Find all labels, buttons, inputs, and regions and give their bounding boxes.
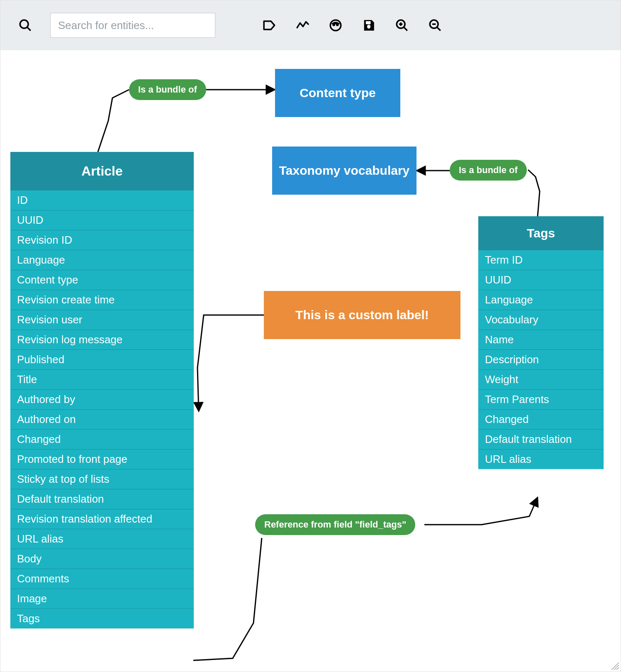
- entity-field[interactable]: Content type: [10, 270, 194, 290]
- svg-point-3: [333, 24, 334, 25]
- svg-point-0: [20, 20, 28, 28]
- entity-field[interactable]: Language: [10, 250, 194, 270]
- entity-field[interactable]: Tags: [10, 609, 194, 628]
- entity-field[interactable]: URL alias: [10, 529, 194, 549]
- zoom-out-icon[interactable]: [427, 17, 443, 34]
- entity-field[interactable]: Revision log message: [10, 330, 194, 350]
- relation-bundle-of-tags[interactable]: Is a bundle of: [450, 160, 527, 181]
- entity-field[interactable]: Authored on: [10, 410, 194, 430]
- svg-point-6: [367, 26, 370, 29]
- entity-field[interactable]: Language: [478, 290, 604, 310]
- svg-line-12: [437, 27, 441, 31]
- entity-fields: Term IDUUIDLanguageVocabularyNameDescrip…: [478, 250, 604, 469]
- tag-icon[interactable]: [261, 17, 278, 34]
- node-label: Content type: [300, 86, 375, 100]
- diagram-canvas[interactable]: Content type Taxonomy vocabulary This is…: [0, 50, 621, 672]
- search-input[interactable]: [50, 13, 215, 38]
- entity-field[interactable]: Revision translation affected: [10, 509, 194, 529]
- entity-field[interactable]: Published: [10, 350, 194, 370]
- entity-field[interactable]: Default translation: [478, 430, 604, 450]
- entity-field[interactable]: Authored by: [10, 390, 194, 410]
- entity-tags[interactable]: Tags Term IDUUIDLanguageVocabularyNameDe…: [478, 216, 604, 469]
- save-icon[interactable]: [360, 17, 377, 34]
- entity-field[interactable]: Sticky at top of lists: [10, 469, 194, 489]
- entity-field[interactable]: Term ID: [478, 250, 604, 270]
- svg-rect-5: [366, 21, 370, 24]
- app-root: Content type Taxonomy vocabulary This is…: [0, 0, 621, 672]
- entity-field[interactable]: Default translation: [10, 489, 194, 509]
- entity-field[interactable]: URL alias: [478, 450, 604, 469]
- entity-header: Tags: [478, 216, 604, 250]
- entity-field[interactable]: Description: [478, 350, 604, 370]
- entity-field[interactable]: UUID: [478, 270, 604, 290]
- relation-label: Reference from field "field_tags": [264, 519, 406, 530]
- svg-point-4: [337, 24, 338, 25]
- entity-field[interactable]: Title: [10, 370, 194, 390]
- node-content-type[interactable]: Content type: [275, 69, 400, 117]
- svg-line-1: [27, 27, 31, 31]
- entity-fields: IDUUIDRevision IDLanguageContent typeRev…: [10, 191, 194, 628]
- entity-field[interactable]: Revision create time: [10, 290, 194, 310]
- entity-field[interactable]: Weight: [478, 370, 604, 390]
- svg-point-2: [330, 20, 341, 31]
- entity-article[interactable]: Article IDUUIDRevision IDLanguageContent…: [10, 152, 194, 628]
- relation-reference-tags[interactable]: Reference from field "field_tags": [255, 514, 415, 535]
- resize-grip-icon[interactable]: [611, 662, 619, 670]
- entity-field[interactable]: Vocabulary: [478, 310, 604, 330]
- face-icon[interactable]: [327, 17, 344, 34]
- entity-field[interactable]: Revision ID: [10, 230, 194, 250]
- svg-line-8: [404, 27, 407, 31]
- entity-field[interactable]: Body: [10, 549, 194, 569]
- toolbar: [0, 0, 621, 51]
- relation-label: Is a bundle of: [138, 84, 197, 95]
- node-taxonomy-vocabulary[interactable]: Taxonomy vocabulary: [272, 147, 416, 195]
- zoom-in-icon[interactable]: [394, 17, 410, 34]
- search-icon[interactable]: [17, 17, 34, 34]
- node-label: Taxonomy vocabulary: [279, 163, 410, 178]
- entity-field[interactable]: Comments: [10, 569, 194, 589]
- entity-field[interactable]: Changed: [10, 430, 194, 450]
- activity-icon[interactable]: [294, 17, 311, 34]
- relation-label: Is a bundle of: [459, 165, 518, 175]
- entity-field[interactable]: Revision user: [10, 310, 194, 330]
- entity-field[interactable]: Promoted to front page: [10, 450, 194, 469]
- relation-bundle-of-article[interactable]: Is a bundle of: [129, 79, 206, 100]
- entity-header: Article: [10, 152, 194, 191]
- entity-field[interactable]: Image: [10, 589, 194, 609]
- entity-field[interactable]: ID: [10, 191, 194, 210]
- entity-field[interactable]: Name: [478, 330, 604, 350]
- entity-field[interactable]: Changed: [478, 410, 604, 430]
- entity-field[interactable]: UUID: [10, 210, 194, 230]
- node-custom-label[interactable]: This is a custom label!: [264, 291, 460, 339]
- node-label: This is a custom label!: [295, 308, 429, 322]
- entity-field[interactable]: Term Parents: [478, 390, 604, 410]
